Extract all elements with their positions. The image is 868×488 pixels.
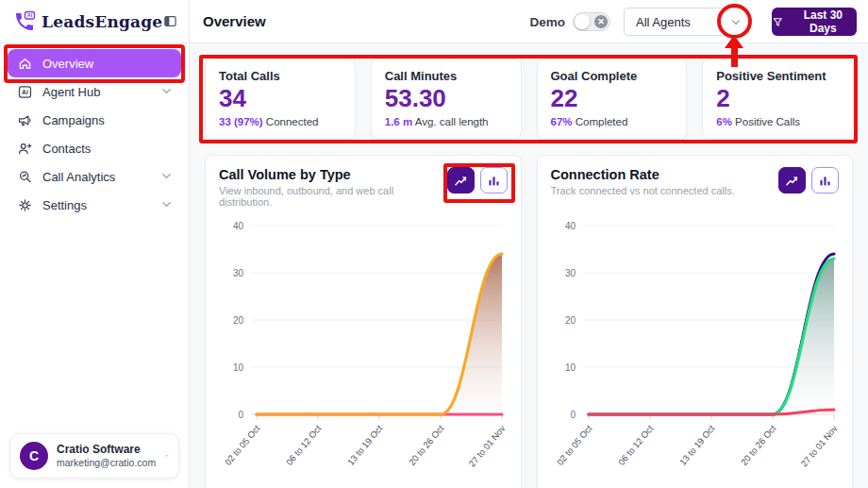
sidebar-item-overview[interactable]: Overview <box>8 49 181 77</box>
stat-value: 22 <box>551 85 674 113</box>
svg-text:20 to 26 Oct: 20 to 26 Oct <box>738 423 777 467</box>
chevron-down-icon <box>161 173 172 180</box>
chart-card-connection-rate: Connection Rate Track connected vs not c… <box>537 155 854 488</box>
chart-subtitle: Track connected vs not connected calls. <box>551 185 735 196</box>
stat-subtext: 33 (97%) Connected <box>219 116 342 127</box>
stat-suffix: Completed <box>573 116 628 127</box>
stat-title: Call Minutes <box>385 69 508 83</box>
stat-value: 53.30 <box>385 85 508 113</box>
call-volume-chart: 01020304002 to 05 Oct06 to 12 Oct13 to 1… <box>219 214 509 488</box>
svg-text:13 to 19 Oct: 13 to 19 Oct <box>345 423 385 467</box>
stat-highlight: 1.6 m <box>385 116 412 127</box>
chart-card-call-volume: Call Volume by Type View inbound, outbou… <box>205 155 522 488</box>
stat-subtext: 6% Positive Calls <box>716 116 839 127</box>
main-content: Total Calls 34 33 (97%) Connected Call M… <box>190 43 868 488</box>
magnifier-chart-icon <box>17 169 33 185</box>
svg-text:40: 40 <box>233 221 244 231</box>
chart-type-toggles <box>778 167 839 194</box>
phone-ai-icon: AI <box>13 10 36 33</box>
chart-header: Connection Rate Track connected vs not c… <box>551 167 840 209</box>
user-name: Cratio Software <box>57 443 156 457</box>
toggle-knob <box>575 14 590 29</box>
line-chart-toggle-button[interactable] <box>447 167 475 194</box>
stat-value: 2 <box>716 85 839 113</box>
svg-text:02 to 05 Oct: 02 to 05 Oct <box>223 423 262 467</box>
chevron-down-icon <box>164 452 169 460</box>
chart-header: Call Volume by Type View inbound, outbou… <box>219 167 508 209</box>
stat-suffix: Avg. call length <box>412 116 488 127</box>
chart-type-toggles <box>447 167 508 194</box>
sidebar-item-label: Overview <box>42 57 93 71</box>
stat-card-call-minutes: Call Minutes 53.30 1.6 m Avg. call lengt… <box>371 59 522 140</box>
stat-suffix: Positive Calls <box>732 116 800 127</box>
svg-text:30: 30 <box>564 268 576 278</box>
svg-text:27 to 01 Nov: 27 to 01 Nov <box>466 423 507 469</box>
filter-funnel-icon <box>772 16 784 28</box>
page-title: Overview <box>203 13 266 29</box>
annotation-arrow-up-icon <box>725 35 743 48</box>
user-email: marketing@cratio.com <box>57 457 156 469</box>
chart-titles: Call Volume by Type View inbound, outbou… <box>219 167 447 208</box>
svg-text:20: 20 <box>564 315 576 326</box>
bar-chart-icon <box>486 173 502 189</box>
toggle-x-icon: ✕ <box>594 15 608 28</box>
sidebar-item-call-analytics[interactable]: Call Analytics <box>8 162 181 191</box>
date-filter-button[interactable]: Last 30 Days <box>772 8 857 36</box>
sidebar-item-label: Agent Hub <box>42 85 100 99</box>
user-account-card[interactable]: C Cratio Software marketing@cratio.com <box>9 433 179 479</box>
date-filter-label: Last 30 Days <box>790 8 857 35</box>
charts-row: Call Volume by Type View inbound, outbou… <box>205 155 853 488</box>
agent-hub-icon: Ai <box>17 84 33 100</box>
chevron-down-icon <box>161 88 172 95</box>
home-icon <box>17 56 33 72</box>
person-plus-icon <box>17 141 33 157</box>
svg-text:20: 20 <box>233 315 244 326</box>
svg-text:30: 30 <box>233 268 244 278</box>
sidebar-item-label: Settings <box>42 198 87 212</box>
gear-icon <box>17 197 33 213</box>
avatar: C <box>20 442 48 470</box>
bar-chart-toggle-button[interactable] <box>480 167 508 194</box>
sidebar: Overview Ai Agent Hub Campaigns <box>0 43 190 488</box>
stat-title: Goal Complete <box>551 69 674 83</box>
svg-text:10: 10 <box>233 362 244 373</box>
agents-select[interactable]: All Agents <box>624 8 749 36</box>
stat-card-total-calls: Total Calls 34 33 (97%) Connected <box>205 59 356 140</box>
stat-value: 34 <box>219 85 342 113</box>
stat-subtext: 1.6 m Avg. call length <box>385 116 508 127</box>
stat-title: Positive Sentiment <box>716 69 839 83</box>
sidebar-item-agent-hub[interactable]: Ai Agent Hub <box>8 77 181 106</box>
connection-rate-chart: 01020304002 to 05 Oct06 to 12 Oct13 to 1… <box>551 214 841 488</box>
line-chart-icon <box>784 173 800 189</box>
megaphone-icon <box>17 112 33 128</box>
bar-chart-icon <box>817 173 833 189</box>
sidebar-item-label: Call Analytics <box>42 170 115 184</box>
stat-card-goal-complete: Goal Complete 22 67% Completed <box>537 59 688 140</box>
sidebar-item-campaigns[interactable]: Campaigns <box>8 106 181 134</box>
sidebar-item-contacts[interactable]: Contacts <box>8 134 181 162</box>
demo-toggle[interactable]: ✕ <box>573 12 610 31</box>
stat-card-positive-sentiment: Positive Sentiment 2 6% Positive Calls <box>702 59 853 140</box>
logo-area: AI LeadsEngage <box>0 0 190 42</box>
svg-text:13 to 19 Oct: 13 to 19 Oct <box>676 423 716 467</box>
chevron-down-icon <box>161 201 172 209</box>
line-chart-icon <box>453 173 469 189</box>
sidebar-item-settings[interactable]: Settings <box>8 191 181 219</box>
annotation-arrow-stem <box>731 47 738 67</box>
chart-title: Call Volume by Type <box>219 167 447 182</box>
stat-title: Total Calls <box>219 69 342 83</box>
chevron-down-icon[interactable] <box>731 19 741 26</box>
stat-highlight: 33 (97%) <box>219 116 263 127</box>
brand-logo: AI LeadsEngage <box>13 10 162 33</box>
stats-row: Total Calls 34 33 (97%) Connected Call M… <box>205 59 853 140</box>
chart-subtitle: View inbound, outbound, and web call dis… <box>219 185 447 208</box>
bar-chart-toggle-button[interactable] <box>811 167 839 194</box>
leadsengage-dashboard: AI LeadsEngage Overview Demo ✕ All Agent… <box>0 0 868 488</box>
sidebar-collapse-icon[interactable] <box>163 14 177 28</box>
line-chart-toggle-button[interactable] <box>778 167 806 194</box>
svg-text:Ai: Ai <box>22 89 28 95</box>
svg-text:0: 0 <box>238 410 243 420</box>
svg-text:AI: AI <box>27 12 33 18</box>
chart-titles: Connection Rate Track connected vs not c… <box>551 167 735 196</box>
svg-text:27 to 01 Nov: 27 to 01 Nov <box>798 423 839 469</box>
